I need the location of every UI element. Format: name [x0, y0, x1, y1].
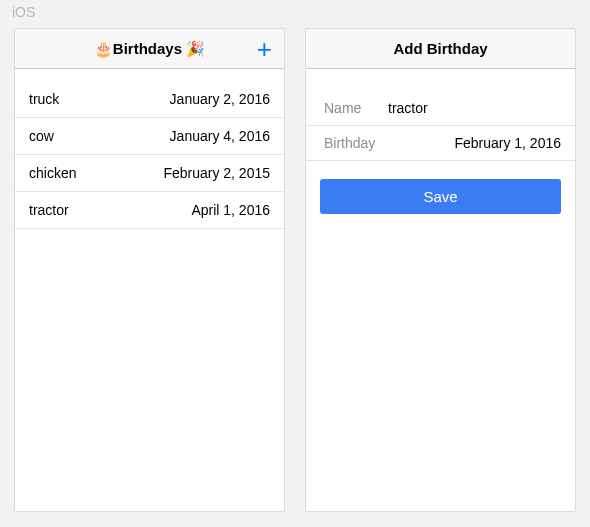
birthdays-list-screen: 🎂Birthdays 🎉 + truck January 2, 2016 cow…	[14, 28, 285, 512]
page-title: 🎂Birthdays 🎉	[94, 40, 205, 58]
nav-bar: Add Birthday	[306, 29, 575, 69]
save-button[interactable]: Save	[320, 179, 561, 214]
list-item-name: chicken	[29, 165, 76, 181]
list-item-date: January 4, 2016	[170, 128, 270, 144]
birthday-field[interactable]: February 1, 2016	[388, 135, 561, 151]
plus-icon: +	[257, 34, 272, 64]
nav-bar: 🎂Birthdays 🎉 +	[15, 29, 284, 69]
list-item[interactable]: chicken February 2, 2015	[15, 155, 284, 192]
list-item-name: cow	[29, 128, 54, 144]
birthday-label: Birthday	[324, 135, 388, 151]
list-item-date: April 1, 2016	[191, 202, 270, 218]
name-row[interactable]: Name tractor	[306, 91, 575, 126]
page-title: Add Birthday	[393, 40, 487, 57]
add-birthday-form: Name tractor Birthday February 1, 2016 S…	[306, 69, 575, 511]
screens-container: 🎂Birthdays 🎉 + truck January 2, 2016 cow…	[0, 0, 590, 526]
list-item[interactable]: truck January 2, 2016	[15, 81, 284, 118]
list-item[interactable]: cow January 4, 2016	[15, 118, 284, 155]
name-field[interactable]: tractor	[388, 100, 561, 116]
add-birthday-screen: Add Birthday Name tractor Birthday Febru…	[305, 28, 576, 512]
birthdays-list: truck January 2, 2016 cow January 4, 201…	[15, 69, 284, 511]
add-button[interactable]: +	[257, 36, 272, 62]
birthday-row[interactable]: Birthday February 1, 2016	[306, 126, 575, 161]
list-item[interactable]: tractor April 1, 2016	[15, 192, 284, 229]
list-item-date: February 2, 2015	[163, 165, 270, 181]
list-item-date: January 2, 2016	[170, 91, 270, 107]
list-item-name: truck	[29, 91, 59, 107]
list-item-name: tractor	[29, 202, 69, 218]
platform-label: iOS	[12, 4, 35, 20]
name-label: Name	[324, 100, 388, 116]
